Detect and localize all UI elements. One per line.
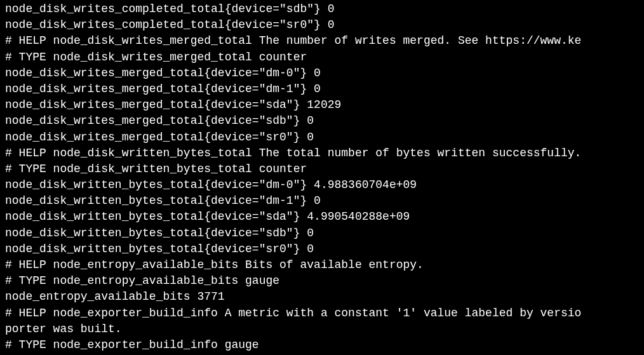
help-comment-line: # HELP node_disk_written_bytes_total The… [5,145,639,161]
terminal-output: node_disk_writes_completed_total{device=… [5,1,639,353]
metric-line: node_disk_written_bytes_total{device="sd… [5,225,639,241]
metric-line: node_entropy_available_bits 3771 [5,289,639,305]
metric-line: node_disk_written_bytes_total{device="sr… [5,241,639,257]
metric-line: node_disk_writes_completed_total{device=… [5,17,639,33]
metric-line: node_disk_writes_merged_total{device="sd… [5,113,639,129]
metric-line: node_disk_written_bytes_total{device="dm… [5,177,639,193]
help-comment-line: # HELP node_entropy_available_bits Bits … [5,257,639,273]
metric-line: node_disk_written_bytes_total{device="sd… [5,209,639,225]
help-comment-continuation: porter was built. [5,321,639,337]
metric-line: node_disk_writes_merged_total{device="sd… [5,97,639,113]
type-comment-line: # TYPE node_entropy_available_bits gauge [5,273,639,289]
metric-line: node_disk_writes_merged_total{device="dm… [5,81,639,97]
metric-line: node_disk_written_bytes_total{device="dm… [5,193,639,209]
type-comment-line: # TYPE node_exporter_build_info gauge [5,337,639,353]
type-comment-line: # TYPE node_disk_writes_merged_total cou… [5,50,639,65]
help-comment-line: # HELP node_exporter_build_info A metric… [5,305,639,321]
metric-line: node_disk_writes_merged_total{device="sr… [5,130,639,145]
help-comment-line: # HELP node_disk_writes_merged_total The… [5,33,639,49]
type-comment-line: # TYPE node_disk_written_bytes_total cou… [5,161,639,177]
metric-line: node_disk_writes_completed_total{device=… [5,1,639,17]
metric-line: node_disk_writes_merged_total{device="dm… [5,65,639,81]
